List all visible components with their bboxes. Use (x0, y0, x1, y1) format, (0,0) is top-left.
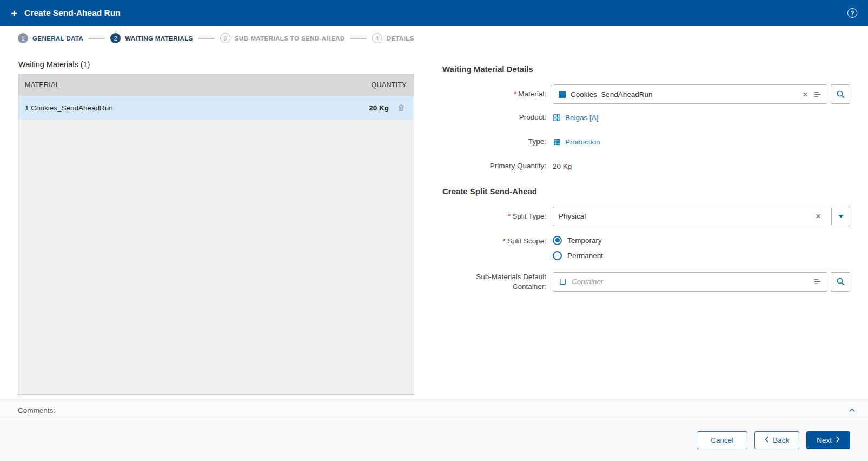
wizard-stepper: 1 GENERAL DATA 2 WAITING MATERIALS 3 SUB… (0, 26, 868, 48)
step-general-data[interactable]: 1 GENERAL DATA (18, 33, 83, 43)
product-row: Product: Belgas [A] (442, 113, 850, 122)
column-header-material: MATERIAL (18, 81, 371, 89)
radio-option-permanent[interactable]: Permanent (553, 251, 603, 260)
step-2-circle: 2 (110, 33, 121, 43)
primary-quantity-value: 20 Kg (553, 162, 572, 170)
step-connector (89, 38, 105, 39)
radio-temporary-label: Temporary (567, 236, 602, 245)
delete-row-icon[interactable] (397, 103, 406, 112)
split-type-label: *Split Type: (442, 212, 553, 221)
split-type-select[interactable]: Physical × (553, 207, 850, 226)
cancel-button-label: Cancel (711, 436, 733, 444)
create-send-ahead-run-page: + Create Send-Ahead Run ? 1 GENERAL DATA… (0, 0, 868, 461)
product-value-wrap: Belgas [A] (553, 114, 599, 122)
default-container-row: Sub-Materials Default Container: (442, 272, 850, 292)
material-field-wrap: Cookies_SendAheadRun × (553, 84, 850, 104)
primary-quantity-row: Primary Quantity: 20 Kg (442, 161, 850, 171)
split-scope-options: Temporary Permanent (553, 235, 603, 260)
type-link[interactable]: Production (565, 138, 600, 146)
default-container-field-wrap (553, 272, 850, 292)
step-4-label: DETAILS (387, 35, 414, 42)
step-4-circle: 4 (372, 33, 382, 43)
type-row: Type: Production (442, 137, 850, 147)
row-action-cell (389, 103, 414, 112)
step-details[interactable]: 4 DETAILS (372, 33, 414, 43)
split-scope-row: *Split Scope: Temporary Permanent (442, 235, 850, 260)
back-button-label: Back (773, 436, 789, 444)
radio-permanent-label: Permanent (567, 252, 603, 260)
details-section-title: Waiting Material Details (442, 64, 850, 74)
primary-quantity-label: Primary Quantity: (442, 161, 553, 171)
material-search-button[interactable] (831, 84, 850, 104)
required-marker: * (503, 237, 506, 245)
next-button-label: Next (817, 436, 832, 444)
container-text-input[interactable] (572, 278, 809, 286)
default-container-input[interactable] (553, 272, 827, 292)
clear-split-type-icon[interactable]: × (815, 212, 821, 221)
step-2-label: WAITING MATERIALS (125, 35, 193, 42)
product-icon (553, 114, 561, 122)
waiting-materials-title: Waiting Materials (1) (18, 60, 414, 69)
split-type-row: *Split Type: Physical × (442, 207, 850, 226)
step-connector (198, 38, 215, 39)
details-panel: Waiting Material Details *Material: Cook… (442, 56, 850, 395)
step-connector (350, 38, 367, 39)
type-value-wrap: Production (553, 138, 600, 146)
step-3-circle: 3 (220, 33, 230, 43)
type-label: Type: (442, 137, 553, 147)
primary-quantity-value-wrap: 20 Kg (553, 162, 572, 170)
waiting-materials-panel: Waiting Materials (1) MATERIAL QUANTITY … (18, 56, 414, 395)
product-link[interactable]: Belgas [A] (565, 114, 599, 122)
cancel-button[interactable]: Cancel (697, 431, 747, 449)
material-label: *Material: (442, 89, 553, 99)
page-title: Create Send-Ahead Run (24, 8, 120, 18)
production-type-icon (553, 138, 561, 146)
chevron-up-icon[interactable] (848, 406, 856, 414)
clear-material-icon[interactable]: × (802, 90, 809, 99)
row-quantity-cell: 20 Kg (369, 104, 389, 112)
split-section-title: Create Split Send-Ahead (442, 187, 850, 196)
split-type-dropdown-button[interactable] (831, 207, 850, 226)
step-3-label: SUB-MATERIALS TO SEND-AHEAD (235, 35, 345, 42)
default-container-label: Sub-Materials Default Container: (442, 272, 553, 292)
material-input[interactable]: Cookies_SendAheadRun × (553, 84, 827, 104)
split-type-field-wrap: Physical × (553, 207, 850, 226)
container-icon (559, 278, 567, 286)
comments-section[interactable]: Comments: (0, 401, 868, 419)
step-sub-materials[interactable]: 3 SUB-MATERIALS TO SEND-AHEAD (220, 33, 345, 43)
radio-option-temporary[interactable]: Temporary (553, 236, 603, 245)
step-1-label: GENERAL DATA (32, 35, 83, 42)
waiting-materials-table: MATERIAL QUANTITY 1 Cookies_SendAheadRun… (18, 74, 414, 395)
plus-icon: + (11, 8, 17, 19)
footer-bar: Cancel Back Next (0, 419, 868, 461)
required-marker: * (514, 90, 516, 98)
material-type-icon (559, 91, 566, 98)
split-scope-label: *Split Scope: (442, 235, 553, 246)
help-icon[interactable]: ? (847, 8, 857, 18)
chevron-right-icon (836, 436, 840, 444)
step-waiting-materials[interactable]: 2 WAITING MATERIALS (110, 33, 193, 43)
table-row[interactable]: 1 Cookies_SendAheadRun 20 Kg (18, 96, 414, 120)
back-button[interactable]: Back (754, 431, 799, 449)
comments-label: Comments: (18, 406, 55, 414)
column-header-quantity: QUANTITY (371, 81, 414, 89)
step-1-circle: 1 (18, 33, 28, 43)
row-material-cell: 1 Cookies_SendAheadRun (18, 104, 369, 112)
container-list-icon[interactable] (813, 278, 821, 286)
product-label: Product: (442, 113, 553, 122)
split-type-value: Physical (559, 212, 810, 220)
header-bar: + Create Send-Ahead Run ? (0, 0, 868, 26)
material-list-icon[interactable] (813, 90, 821, 98)
chevron-left-icon (765, 436, 769, 444)
table-header-row: MATERIAL QUANTITY (18, 74, 414, 96)
main-content: Waiting Materials (1) MATERIAL QUANTITY … (0, 48, 868, 395)
material-value: Cookies_SendAheadRun (571, 90, 797, 98)
container-search-button[interactable] (831, 272, 850, 292)
next-button[interactable]: Next (806, 431, 850, 449)
radio-temporary-icon[interactable] (553, 236, 562, 245)
required-marker: * (508, 212, 511, 220)
radio-permanent-icon[interactable] (553, 251, 562, 260)
material-row: *Material: Cookies_SendAheadRun × (442, 84, 850, 104)
